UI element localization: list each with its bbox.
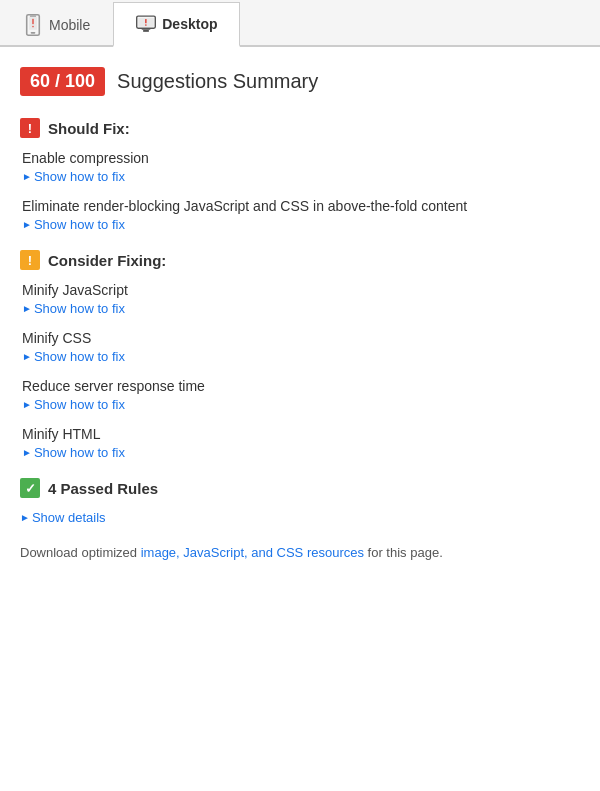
show-how-link-5[interactable]: ► Show how to fix xyxy=(22,397,580,412)
desktop-icon xyxy=(136,13,156,35)
list-item: Minify JavaScript ► Show how to fix xyxy=(22,282,580,316)
footer: Download optimized image, JavaScript, an… xyxy=(20,543,580,564)
list-item: Eliminate render-blocking JavaScript and… xyxy=(22,198,580,232)
show-how-link-3[interactable]: ► Show how to fix xyxy=(22,301,580,316)
score-title: Suggestions Summary xyxy=(117,70,318,93)
mobile-icon xyxy=(23,14,43,36)
list-item: Minify CSS ► Show how to fix xyxy=(22,330,580,364)
should-fix-label: Should Fix: xyxy=(48,120,130,137)
footer-prefix: Download optimized xyxy=(20,545,141,560)
show-link-label: Show how to fix xyxy=(34,397,125,412)
arrow-icon: ► xyxy=(22,399,32,410)
item-title: Minify HTML xyxy=(22,426,580,442)
svg-rect-1 xyxy=(31,32,36,34)
item-title: Enable compression xyxy=(22,150,580,166)
should-fix-section: ! Should Fix: Enable compression ► Show … xyxy=(20,118,580,232)
tab-mobile[interactable]: Mobile xyxy=(0,2,113,47)
arrow-icon: ► xyxy=(22,303,32,314)
tab-bar: Mobile Desktop xyxy=(0,0,600,47)
show-details-link[interactable]: ► Show details xyxy=(20,510,580,525)
consider-fixing-section: ! Consider Fixing: Minify JavaScript ► S… xyxy=(20,250,580,460)
passed-header: ✓ 4 Passed Rules xyxy=(20,478,580,498)
svg-rect-10 xyxy=(142,28,151,29)
svg-rect-11 xyxy=(143,30,149,32)
show-link-label: Show how to fix xyxy=(34,301,125,316)
item-title: Eliminate render-blocking JavaScript and… xyxy=(22,198,580,214)
list-item: Reduce server response time ► Show how t… xyxy=(22,378,580,412)
svg-rect-9 xyxy=(145,24,146,25)
main-content: 60 / 100 Suggestions Summary ! Should Fi… xyxy=(0,47,600,584)
show-link-label: Show how to fix xyxy=(34,169,125,184)
show-how-link-1[interactable]: ► Show how to fix xyxy=(22,169,580,184)
should-fix-icon: ! xyxy=(20,118,40,138)
svg-rect-8 xyxy=(145,19,146,23)
show-how-link-4[interactable]: ► Show how to fix xyxy=(22,349,580,364)
show-link-label: Show how to fix xyxy=(34,445,125,460)
svg-rect-4 xyxy=(32,19,33,25)
tab-mobile-label: Mobile xyxy=(49,17,90,33)
footer-link[interactable]: image, JavaScript, and CSS resources xyxy=(141,545,364,560)
item-title: Minify CSS xyxy=(22,330,580,346)
consider-fixing-icon: ! xyxy=(20,250,40,270)
arrow-icon: ► xyxy=(22,351,32,362)
arrow-icon: ► xyxy=(22,219,32,230)
passed-label: 4 Passed Rules xyxy=(48,480,158,497)
footer-suffix: for this page. xyxy=(364,545,443,560)
should-fix-header: ! Should Fix: xyxy=(20,118,580,138)
svg-rect-2 xyxy=(30,16,36,17)
show-details-label: Show details xyxy=(32,510,106,525)
passed-icon: ✓ xyxy=(20,478,40,498)
score-header: 60 / 100 Suggestions Summary xyxy=(20,67,580,96)
tab-desktop-label: Desktop xyxy=(162,16,217,32)
show-link-label: Show how to fix xyxy=(34,217,125,232)
passed-section: ✓ 4 Passed Rules ► Show details xyxy=(20,478,580,525)
arrow-icon: ► xyxy=(22,171,32,182)
arrow-icon: ► xyxy=(22,447,32,458)
score-badge: 60 / 100 xyxy=(20,67,105,96)
item-title: Minify JavaScript xyxy=(22,282,580,298)
list-item: Minify HTML ► Show how to fix xyxy=(22,426,580,460)
consider-fixing-header: ! Consider Fixing: xyxy=(20,250,580,270)
show-how-link-2[interactable]: ► Show how to fix xyxy=(22,217,580,232)
tab-desktop[interactable]: Desktop xyxy=(113,2,240,47)
arrow-icon: ► xyxy=(20,512,30,523)
show-how-link-6[interactable]: ► Show how to fix xyxy=(22,445,580,460)
show-link-label: Show how to fix xyxy=(34,349,125,364)
svg-rect-5 xyxy=(32,26,33,28)
consider-fixing-label: Consider Fixing: xyxy=(48,252,166,269)
list-item: Enable compression ► Show how to fix xyxy=(22,150,580,184)
item-title: Reduce server response time xyxy=(22,378,580,394)
